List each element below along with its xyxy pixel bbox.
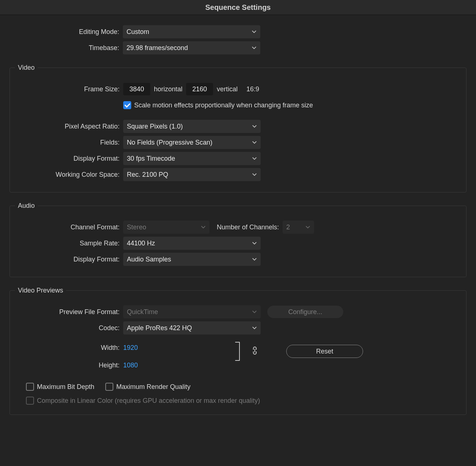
num-channels-select: 2 <box>283 221 314 234</box>
preview-height-label: Height: <box>15 362 123 369</box>
video-previews-group: Video Previews Preview File Format: Quic… <box>10 287 466 415</box>
fields-label: Fields: <box>15 139 123 146</box>
channel-format-label: Channel Format: <box>15 224 123 231</box>
codec-select[interactable]: Apple ProRes 422 HQ <box>123 321 261 335</box>
frame-size-label: Frame Size: <box>15 85 123 93</box>
checkbox-disabled-icon <box>26 397 34 405</box>
composite-linear-checkbox: Composite in Linear Color (requires GPU … <box>26 397 260 405</box>
sample-rate-value: 44100 Hz <box>127 240 249 247</box>
video-display-format-select[interactable]: 30 fps Timecode <box>123 152 261 165</box>
timebase-label: Timebase: <box>10 44 123 52</box>
preview-width-label: Width: <box>15 344 123 352</box>
editing-mode-value: Custom <box>126 28 249 36</box>
chevron-down-icon <box>305 225 310 230</box>
video-legend: Video <box>15 64 38 72</box>
chevron-down-icon <box>252 325 257 331</box>
codec-label: Codec: <box>15 324 123 332</box>
settings-panel: Editing Mode: Custom Timebase: 29.98 fra… <box>0 15 476 426</box>
pixel-aspect-label: Pixel Aspect Ratio: <box>15 123 123 130</box>
preview-width-value[interactable]: 1920 <box>123 344 138 352</box>
pixel-aspect-select[interactable]: Square Pixels (1.0) <box>123 120 261 133</box>
reset-button[interactable]: Reset <box>286 345 363 358</box>
horizontal-label: horizontal <box>154 85 182 93</box>
chevron-down-icon <box>201 225 206 230</box>
video-group: Video Frame Size: 3840 horizontal 2160 v… <box>10 64 466 192</box>
fields-value: No Fields (Progressive Scan) <box>127 139 249 146</box>
scale-motion-label: Scale motion effects proportionally when… <box>134 102 313 109</box>
aspect-ratio-value: 16:9 <box>246 85 259 93</box>
chevron-down-icon <box>252 172 257 177</box>
window-title: Sequence Settings <box>0 0 476 15</box>
channel-format-value: Stereo <box>127 224 198 231</box>
timebase-value: 29.98 frames/second <box>126 44 249 52</box>
editing-mode-label: Editing Mode: <box>10 28 123 36</box>
num-channels-label: Number of Channels: <box>217 224 279 231</box>
max-bit-depth-checkbox[interactable]: Maximum Bit Depth <box>26 383 94 391</box>
composite-linear-label: Composite in Linear Color (requires GPU … <box>37 397 260 405</box>
audio-display-format-label: Display Format: <box>15 256 123 263</box>
channel-format-select: Stereo <box>123 221 209 234</box>
working-color-space-value: Rec. 2100 PQ <box>127 171 249 179</box>
scale-motion-checkbox[interactable]: Scale motion effects proportionally when… <box>123 101 313 109</box>
chevron-down-icon <box>252 140 257 145</box>
max-bit-depth-label: Maximum Bit Depth <box>37 383 94 391</box>
chevron-down-icon <box>252 241 257 246</box>
checkbox-checked-icon <box>123 101 131 109</box>
max-render-quality-checkbox[interactable]: Maximum Render Quality <box>105 383 190 391</box>
video-display-format-label: Display Format: <box>15 155 123 163</box>
preview-file-format-select: QuickTime <box>123 305 261 318</box>
timebase-select[interactable]: 29.98 frames/second <box>123 41 260 54</box>
audio-legend: Audio <box>15 202 38 210</box>
editing-mode-select[interactable]: Custom <box>123 25 260 38</box>
chevron-down-icon <box>252 45 257 50</box>
preview-file-format-value: QuickTime <box>127 308 249 316</box>
fields-select[interactable]: No Fields (Progressive Scan) <box>123 136 261 149</box>
link-bracket-icon <box>235 342 242 361</box>
checkbox-empty-icon <box>105 383 113 391</box>
num-channels-value: 2 <box>286 224 302 231</box>
frame-width-input[interactable]: 3840 <box>123 83 150 95</box>
chevron-down-icon <box>252 156 257 161</box>
audio-group: Audio Channel Format: Stereo Number of C… <box>10 202 466 277</box>
video-display-format-value: 30 fps Timecode <box>127 155 249 163</box>
chevron-down-icon <box>252 309 257 314</box>
checkbox-empty-icon <box>26 383 34 391</box>
sequence-settings-window: Sequence Settings Editing Mode: Custom T… <box>0 0 476 426</box>
audio-display-format-select[interactable]: Audio Samples <box>123 253 261 266</box>
vertical-label: vertical <box>217 85 238 93</box>
working-color-space-select[interactable]: Rec. 2100 PQ <box>123 168 261 181</box>
codec-value: Apple ProRes 422 HQ <box>127 324 249 332</box>
link-icon[interactable] <box>251 346 258 357</box>
chevron-down-icon <box>252 257 257 262</box>
video-previews-legend: Video Previews <box>15 287 66 294</box>
sample-rate-select[interactable]: 44100 Hz <box>123 237 261 250</box>
max-render-quality-label: Maximum Render Quality <box>116 383 190 391</box>
pixel-aspect-value: Square Pixels (1.0) <box>127 123 249 130</box>
configure-button: Configure... <box>267 306 343 318</box>
audio-display-format-value: Audio Samples <box>127 256 249 263</box>
chevron-down-icon <box>252 124 257 129</box>
preview-height-value[interactable]: 1080 <box>123 362 138 369</box>
sample-rate-label: Sample Rate: <box>15 240 123 247</box>
working-color-space-label: Working Color Space: <box>15 171 123 179</box>
preview-file-format-label: Preview File Format: <box>15 308 123 316</box>
chevron-down-icon <box>252 29 257 34</box>
frame-height-input[interactable]: 2160 <box>186 83 213 95</box>
